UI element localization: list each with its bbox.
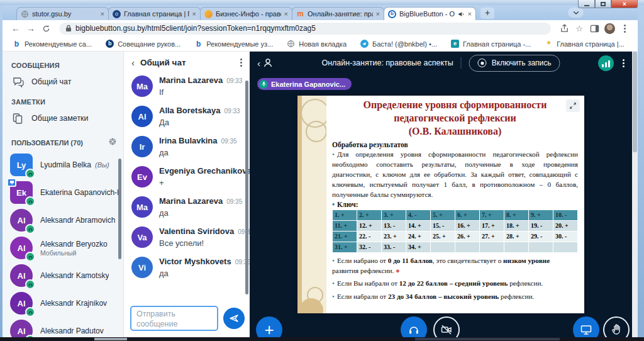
tab-close-icon[interactable]: × bbox=[101, 10, 104, 18]
scrollbar-thumb[interactable] bbox=[633, 52, 637, 152]
browser-menu-button[interactable] bbox=[618, 25, 631, 33]
profile-avatar[interactable] bbox=[602, 23, 616, 34]
desktop-window: × stutor.gsu.by×Главная страница | Гомел… bbox=[0, 0, 644, 341]
bookmark-item[interactable]: Новая вкладка bbox=[287, 40, 347, 48]
tab-close-icon[interactable]: × bbox=[192, 10, 196, 18]
bookmark-favicon-icon: b bbox=[13, 40, 21, 48]
reload-button[interactable] bbox=[39, 23, 53, 33]
browser-tab[interactable]: Бизнес-Инфо - правовая× bbox=[200, 7, 292, 20]
record-button-label: Включить запись bbox=[492, 59, 552, 67]
record-button[interactable]: Включить запись bbox=[469, 55, 560, 72]
toggle-userlist-button[interactable]: ‹ bbox=[257, 57, 274, 69]
user-avatar: Al bbox=[10, 320, 33, 337]
tab-close-icon[interactable]: × bbox=[376, 10, 380, 18]
bookmark-item[interactable]: Баста! (@bnkbel) •... bbox=[360, 40, 437, 48]
fullscreen-button[interactable] bbox=[566, 99, 580, 112]
chat-input-row: Отправить сообщение Общий чат bbox=[124, 303, 250, 337]
sidebar-item-public-chat[interactable]: Общий чат bbox=[10, 70, 118, 93]
tab-search-button[interactable] bbox=[568, 8, 584, 18]
bbb-app: СООБЩЕНИЯ Общий чат ЗАМЕТКИ Общие заметк… bbox=[3, 52, 638, 337]
bookmark-item[interactable]: bСовещание руков... bbox=[106, 40, 180, 48]
chat-options-button[interactable] bbox=[240, 59, 242, 67]
users-settings-button[interactable] bbox=[108, 137, 117, 148]
meeting-topbar: ‹ Онлайн-занятие: правовые аспекты Включ… bbox=[250, 52, 632, 74]
divider bbox=[461, 57, 462, 69]
tab-strip: stutor.gsu.by×Главная страница | Гомель×… bbox=[3, 5, 638, 20]
back-button[interactable]: ← bbox=[9, 23, 23, 33]
bookmark-item[interactable]: *Главная страница |... bbox=[545, 40, 624, 48]
tab-audio-icon[interactable] bbox=[458, 11, 465, 18]
talker-badge[interactable]: Ekaterina Gapanovic... bbox=[257, 78, 352, 90]
record-icon bbox=[478, 59, 487, 67]
share-button[interactable] bbox=[557, 24, 571, 33]
user-list-item[interactable]: Ly Lyudmila Belka (Вы) bbox=[10, 151, 118, 179]
user-name: Lyudmila Belka (Вы) bbox=[40, 160, 109, 169]
key-table-cell: 31. + bbox=[333, 242, 357, 252]
taskbar-strip bbox=[0, 337, 644, 341]
actions-plus-button[interactable]: + bbox=[256, 316, 282, 337]
connection-status-button[interactable] bbox=[598, 55, 614, 71]
browser-tab[interactable]: Главная страница | Гомель× bbox=[108, 7, 201, 20]
site-favicon-icon bbox=[113, 10, 121, 18]
sidebar-item-shared-notes[interactable]: Общие заметки bbox=[10, 107, 118, 130]
meeting-title: Онлайн-занятие: правовые аспекты bbox=[321, 59, 453, 67]
audio-mute-button[interactable] bbox=[401, 316, 427, 337]
page-scrollbar[interactable] bbox=[632, 52, 638, 337]
send-message-button[interactable] bbox=[223, 308, 245, 329]
bookmark-item[interactable]: bРекомендуемые са... bbox=[13, 40, 92, 48]
key-table-cell: 23. + bbox=[382, 231, 406, 242]
userlist-scrollbar[interactable] bbox=[118, 159, 121, 259]
browser-tab[interactable]: bBigBlueButton - Онлай× bbox=[384, 7, 476, 20]
slide-subtitle: Обработка результатов bbox=[332, 141, 578, 148]
key-table-cell bbox=[529, 242, 553, 252]
tab-close-icon[interactable]: × bbox=[284, 10, 288, 18]
user-list-item[interactable]: Ek Ekaterina Gapanovich-Kajdalova bbox=[10, 179, 118, 206]
key-table-cell: 34. + bbox=[406, 242, 431, 252]
user-list-item[interactable]: Al Aleksandr Padutov bbox=[10, 317, 118, 337]
chat-message: Vi Victor Myshkovets09:36 да bbox=[124, 252, 250, 282]
chat-scrollbar[interactable] bbox=[245, 81, 248, 294]
address-bar[interactable]: bigbluebutton.gsu.by/html5client/join?se… bbox=[59, 23, 551, 35]
user-list-item[interactable]: Al Aleksandr Kamotsky bbox=[10, 262, 118, 289]
collapse-chat-button[interactable]: ‹ bbox=[131, 58, 135, 67]
forward-button[interactable]: → bbox=[24, 23, 38, 33]
window-close-button[interactable]: × bbox=[611, 0, 638, 8]
key-table-cell bbox=[553, 242, 578, 252]
globe-favicon-icon bbox=[21, 10, 29, 18]
headset-badge-icon bbox=[25, 307, 35, 317]
bookmark-item[interactable]: eГлавная страница -... bbox=[451, 40, 531, 48]
chat-message-input[interactable]: Отправить сообщение Общий чат bbox=[130, 306, 218, 331]
chat-message: Ev Evgeniya Grechanikova09:35 + bbox=[124, 162, 250, 192]
headphones-icon bbox=[408, 323, 420, 336]
user-list-item[interactable]: Al Aleksandr Krajnikov bbox=[10, 289, 118, 317]
user-list-item[interactable]: Al Aleksandr Abramovich bbox=[10, 206, 118, 234]
slide-title: Определение уровня сформированности педа… bbox=[332, 99, 578, 138]
user-list-item[interactable]: Al Aleksandr BeryozkoМобильный bbox=[10, 234, 118, 262]
bookmark-item[interactable]: bРекомендуемые уз... bbox=[194, 40, 273, 48]
bbb-sidebar: СООБЩЕНИЯ Общий чат ЗАМЕТКИ Общие заметк… bbox=[3, 52, 123, 337]
window-minimize-button[interactable] bbox=[578, 0, 595, 8]
chat-panel-title: Общий чат bbox=[140, 58, 235, 67]
raise-hand-button[interactable] bbox=[603, 316, 630, 337]
key-table-cell: 22. - bbox=[357, 231, 382, 242]
key-table-cell: 21. + bbox=[333, 231, 357, 242]
meeting-options-button[interactable] bbox=[623, 59, 625, 67]
tab-title-label: Онлайн-занятие: правовы bbox=[308, 10, 373, 18]
screenshare-button[interactable] bbox=[573, 316, 599, 337]
bookmark-star-button[interactable]: ☆ bbox=[572, 24, 586, 33]
browser-tab[interactable]: mОнлайн-занятие: правовы× bbox=[292, 7, 384, 20]
window-maximize-button[interactable] bbox=[595, 0, 611, 8]
key-table-cell: 15. - bbox=[431, 220, 455, 231]
user-avatar: Al bbox=[10, 237, 33, 259]
side-panel-button[interactable] bbox=[587, 24, 601, 33]
window-titlebar[interactable] bbox=[0, 0, 644, 5]
chat-message-text: да bbox=[159, 269, 250, 278]
topbar-right bbox=[598, 55, 625, 71]
tab-close-icon[interactable]: × bbox=[468, 10, 472, 18]
key-table-cell bbox=[504, 242, 529, 252]
browser-tab[interactable]: stutor.gsu.by× bbox=[16, 7, 109, 20]
webcam-share-button[interactable] bbox=[433, 316, 460, 337]
new-tab-button[interactable]: + bbox=[480, 8, 494, 19]
key-table-cell: 17. + bbox=[480, 220, 504, 231]
chat-sender-name: Irina Bulavkina bbox=[159, 136, 217, 145]
